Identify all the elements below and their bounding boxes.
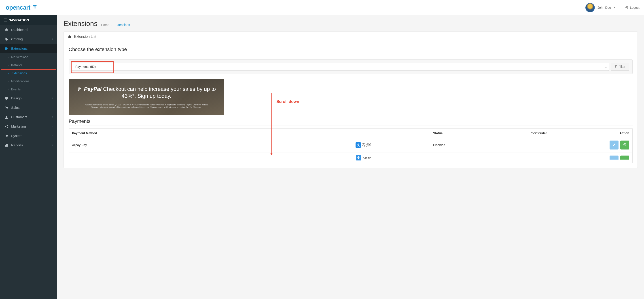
pencil-icon xyxy=(612,143,616,147)
puzzle-icon xyxy=(4,46,9,50)
alipay-logo: 支 支付宝 ALIPAY xyxy=(356,142,371,148)
cell-action xyxy=(550,138,632,152)
th-action: Action xyxy=(550,129,632,138)
user-icon xyxy=(4,115,9,119)
sidebar-item-system[interactable]: System › xyxy=(0,131,57,140)
breadcrumb-current[interactable]: Extensions xyxy=(114,23,130,27)
svg-rect-11 xyxy=(5,145,6,147)
share-icon xyxy=(4,124,9,128)
svg-point-1 xyxy=(35,8,36,8)
gear-icon xyxy=(4,134,9,138)
sidebar: ☰ NAVIGATION Dashboard Catalog › Extensi… xyxy=(0,15,57,299)
chevron-right-icon: › xyxy=(52,37,53,41)
choose-type-title: Choose the extension type xyxy=(69,47,632,55)
annotation-label: Scroll down xyxy=(276,99,299,104)
cell-method: Alipay Pay xyxy=(69,138,297,152)
sidebar-sub-modifications[interactable]: » Modifications xyxy=(0,77,57,85)
logout-icon xyxy=(624,6,628,10)
cell-status: Disabled xyxy=(430,138,487,152)
chevron-right-icon: › xyxy=(52,97,53,100)
install-button[interactable] xyxy=(620,156,629,160)
svg-point-0 xyxy=(34,8,35,8)
sidebar-item-label: Marketing xyxy=(11,124,26,128)
user-name: John Doe xyxy=(598,6,611,10)
sidebar-item-marketing[interactable]: Marketing › xyxy=(0,122,57,131)
sidebar-sub-label: Marketplace xyxy=(11,55,28,59)
sidebar-sub-installer[interactable]: » Installer xyxy=(0,61,57,69)
breadcrumb-separator: › xyxy=(112,24,112,27)
panel-header: Extension List xyxy=(64,32,638,42)
menu-icon: ☰ xyxy=(4,18,7,22)
sidebar-item-customers[interactable]: Customers › xyxy=(0,112,57,122)
table-row: 支 Alinav xyxy=(69,152,632,163)
paypal-banner[interactable]: PayPal Checkout can help increase your s… xyxy=(69,79,224,115)
user-menu[interactable]: John Doe ▼ xyxy=(581,0,620,15)
double-chevron-icon: » xyxy=(8,72,10,75)
svg-rect-3 xyxy=(6,99,7,99)
banner-text: PayPal Checkout can help increase your s… xyxy=(75,86,218,99)
svg-point-5 xyxy=(6,109,6,109)
cell-sort xyxy=(487,138,550,152)
brand-logo: opencart xyxy=(6,4,39,11)
sidebar-item-label: Customers xyxy=(11,115,28,119)
sidebar-item-reports[interactable]: Reports › xyxy=(0,140,57,150)
svg-rect-13 xyxy=(7,144,8,147)
dashboard-icon xyxy=(4,28,9,32)
svg-point-7 xyxy=(6,116,7,117)
caret-down-icon: ▼ xyxy=(613,6,616,9)
extension-type-select[interactable]: Payments (52) xyxy=(72,63,609,71)
double-chevron-icon: » xyxy=(8,56,9,58)
payments-section-title: Payments xyxy=(69,118,632,126)
svg-marker-16 xyxy=(270,153,272,155)
chevron-right-icon: › xyxy=(52,115,53,118)
payments-table: Payment Method Status Sort Order Action … xyxy=(69,128,632,163)
monitor-icon xyxy=(4,96,9,100)
chevron-right-icon: › xyxy=(52,143,53,147)
sidebar-item-label: Extensions xyxy=(11,47,28,50)
svg-rect-12 xyxy=(6,144,7,147)
sidebar-sub-events[interactable]: » Events xyxy=(0,85,57,93)
sidebar-item-label: System xyxy=(11,134,22,138)
page-title: Extensions xyxy=(64,20,98,28)
cart-icon xyxy=(4,105,9,109)
double-chevron-icon: » xyxy=(8,80,9,83)
svg-rect-2 xyxy=(5,97,8,99)
plus-circle-icon xyxy=(623,143,626,147)
bars-icon xyxy=(4,143,9,147)
double-chevron-icon: » xyxy=(8,88,9,91)
th-status: Status xyxy=(430,129,487,138)
sidebar-item-label: Catalog xyxy=(11,37,23,41)
sidebar-sub-extensions[interactable]: » Extensions xyxy=(1,69,56,77)
extension-list-panel: Extension List Choose the extension type… xyxy=(64,31,638,168)
logout-button[interactable]: Logout xyxy=(620,0,644,15)
th-logo xyxy=(297,129,430,138)
th-sort: Sort Order xyxy=(487,129,550,138)
edit-button[interactable] xyxy=(610,156,618,160)
double-chevron-icon: » xyxy=(8,64,9,67)
breadcrumb-home[interactable]: Home xyxy=(101,23,109,27)
install-button[interactable] xyxy=(620,141,629,150)
sidebar-item-design[interactable]: Design › xyxy=(0,93,57,103)
edit-button[interactable] xyxy=(610,141,618,150)
sidebar-item-extensions[interactable]: Extensions › xyxy=(0,44,57,53)
svg-point-6 xyxy=(7,109,8,109)
cart-icon xyxy=(32,5,39,11)
logout-label: Logout xyxy=(630,6,640,10)
sidebar-item-catalog[interactable]: Catalog › xyxy=(0,34,57,44)
banner-fine-print: *Source: comScore online panel, Q4 2017-… xyxy=(84,104,209,109)
filter-button[interactable]: Filter xyxy=(611,63,629,71)
sidebar-item-label: Dashboard xyxy=(11,28,28,32)
sidebar-item-dashboard[interactable]: Dashboard xyxy=(0,25,57,34)
sidebar-item-sales[interactable]: Sales › xyxy=(0,103,57,112)
th-method: Payment Method xyxy=(69,129,297,138)
sidebar-sub-marketplace[interactable]: » Marketplace xyxy=(0,53,57,61)
sidebar-item-label: Design xyxy=(11,96,22,100)
sidebar-sub-label: Modifications xyxy=(11,80,30,83)
sidebar-sub-label: Installer xyxy=(11,63,22,67)
avatar xyxy=(586,3,595,12)
filter-button-label: Filter xyxy=(618,65,626,69)
sidebar-item-label: Sales xyxy=(11,106,20,109)
puzzle-icon xyxy=(68,35,72,39)
tag-icon xyxy=(4,37,9,41)
logo-area[interactable]: opencart xyxy=(0,0,57,15)
